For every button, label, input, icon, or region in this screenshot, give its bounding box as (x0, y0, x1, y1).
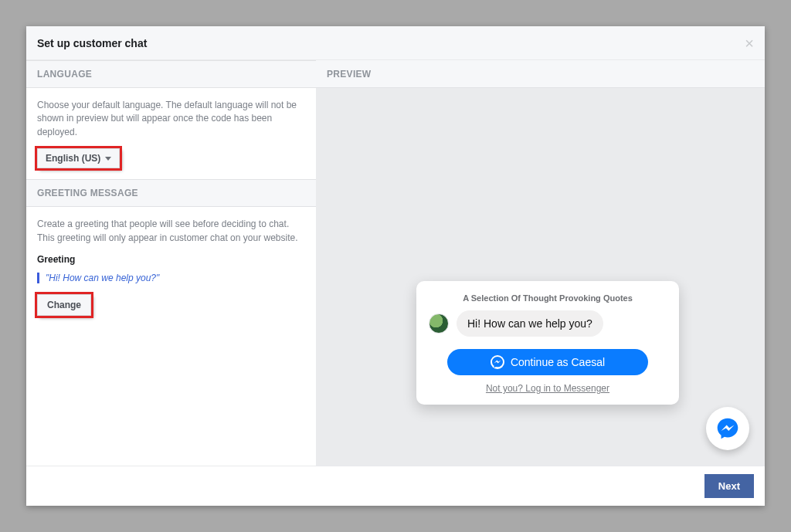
language-selected: English (US) (46, 153, 100, 164)
messenger-icon (491, 355, 504, 369)
greeting-text: "Hi! How can we help you?" (46, 273, 159, 283)
close-icon[interactable]: × (745, 36, 754, 51)
change-greeting-button[interactable]: Change (37, 294, 91, 316)
chat-preview-card: A Selection Of Thought Provoking Quotes … (416, 281, 679, 405)
messenger-icon (715, 416, 740, 441)
language-help-text: Choose your default language. The defaul… (37, 99, 305, 139)
dialog-header: Set up customer chat × (26, 26, 765, 60)
greeting-quote-block: "Hi! How can we help you?" (37, 273, 305, 283)
setup-customer-chat-dialog: Set up customer chat × LANGUAGE Choose y… (26, 26, 765, 506)
language-section-heading: LANGUAGE (26, 60, 316, 88)
preview-heading: PREVIEW (316, 60, 765, 88)
next-button[interactable]: Next (704, 474, 754, 498)
language-dropdown[interactable]: English (US) (37, 148, 120, 168)
greeting-section: Create a greeting that people will see b… (26, 207, 316, 466)
continue-as-label: Continue as Caesal (511, 356, 605, 368)
greeting-help-text: Create a greeting that people will see b… (37, 218, 305, 245)
messenger-floating-button[interactable] (706, 407, 749, 450)
language-section: Choose your default language. The defaul… (26, 88, 316, 179)
chat-greeting-row: Hi! How can we help you? (429, 310, 667, 337)
avatar (429, 313, 449, 334)
greeting-label: Greeting (37, 254, 305, 265)
not-you-link[interactable]: Not you? Log in to Messenger (429, 383, 667, 394)
chat-preview-title: A Selection Of Thought Provoking Quotes (429, 293, 667, 303)
dialog-body: LANGUAGE Choose your default language. T… (26, 60, 765, 466)
caret-down-icon (105, 157, 111, 161)
chat-greeting-bubble: Hi! How can we help you? (457, 310, 603, 337)
dialog-title: Set up customer chat (37, 37, 147, 49)
continue-as-button[interactable]: Continue as Caesal (447, 349, 648, 375)
greeting-section-heading: GREETING MESSAGE (26, 179, 316, 207)
dialog-footer: Next (26, 466, 765, 506)
left-pane: LANGUAGE Choose your default language. T… (26, 60, 316, 466)
preview-pane: PREVIEW A Selection Of Thought Provoking… (316, 60, 765, 466)
